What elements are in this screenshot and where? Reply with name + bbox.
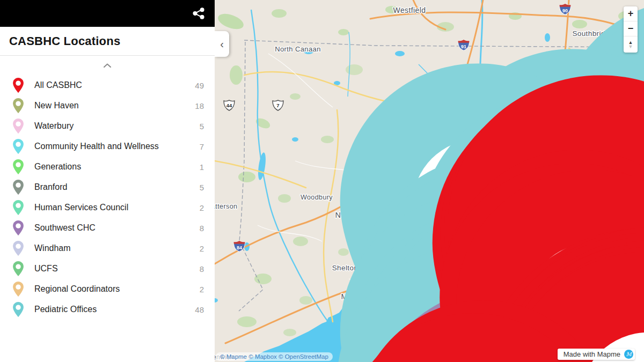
category-label: Pediatric Offices [34,305,195,314]
category-count: 2 [200,203,204,212]
mapme-logo-icon: M [624,350,633,359]
category-label: Human Services Council [34,203,200,212]
sidebar-title-bar: CASBHC Locations [0,27,215,56]
category-label: Waterbury [34,121,200,131]
category-pin-icon [13,139,24,154]
list-item[interactable]: New Haven 18 [0,95,215,116]
category-count: 18 [195,101,204,110]
category-label: UCFS [34,264,200,274]
category-pin-icon [13,302,24,317]
list-item[interactable]: Regional Coordinators 2 [0,279,215,299]
list-item[interactable]: Pediatric Offices 48 [0,299,215,320]
category-label: Generations [34,162,200,172]
category-label: New Haven [34,101,195,110]
category-label: Regional Coordinators [34,284,200,294]
pitch-down-icon: ▼ [628,45,633,49]
svg-text:90: 90 [562,8,568,13]
svg-text:7: 7 [276,102,279,108]
town-label: Westfield [393,6,426,14]
town-label: North Canaan [275,45,321,53]
map-controls: + − ▲ ▼ [624,6,638,53]
svg-text:84: 84 [237,245,242,250]
zoom-in-button[interactable]: + [624,6,638,21]
category-count: 49 [195,81,204,90]
category-label: Branford [34,182,200,192]
category-pin-icon [13,180,24,195]
map-canvas[interactable]: WestfieldSouthbridgeWesNorth CanaanKilli… [215,0,644,362]
list-item[interactable]: Community Health and Wellness 7 [0,136,215,157]
category-count: 48 [195,305,204,314]
town-label: Woodbury [301,194,333,201]
list-item[interactable]: UCFS 8 [0,258,215,279]
town-label: atterson [215,203,237,210]
category-list: All CASBHC 49 New Haven 18 Waterbury 5 C… [0,75,215,320]
category-count: 2 [200,285,204,294]
pitch-toggle-button[interactable]: ▲ ▼ [624,36,638,53]
sidebar-collapse-button[interactable]: ‹ [215,31,229,57]
category-count: 1 [200,162,204,172]
category-count: 2 [200,244,204,253]
category-count: 5 [200,122,204,131]
app-window: CASBHC Locations All CASBHC 49 New Haven… [0,0,644,362]
chevron-up-icon [103,63,112,68]
list-item[interactable]: Southwest CHC 8 [0,218,215,238]
list-item[interactable]: Human Services Council 2 [0,197,215,218]
category-pin-icon [13,241,24,256]
category-label: Community Health and Wellness [34,142,200,151]
category-label: All CASBHC [34,80,195,90]
map-attribution[interactable]: © Mapme © Mapbox © OpenStreetMap [216,352,333,361]
share-icon[interactable] [192,7,205,20]
svg-text:44: 44 [226,102,232,108]
category-pin-icon [13,119,24,134]
made-with-mapme-badge[interactable]: Made with Mapme M [558,349,635,360]
category-count: 7 [200,142,204,151]
category-count: 8 [200,264,204,274]
list-item[interactable]: Generations 1 [0,157,215,177]
list-item[interactable]: Branford 5 [0,177,215,197]
list-item[interactable]: Waterbury 5 [0,116,215,136]
category-pin-icon [13,159,24,174]
category-pin-icon [13,98,24,113]
town-label: Shelton [332,264,358,272]
list-item[interactable]: Windham 2 [0,238,215,258]
category-label: Southwest CHC [34,223,200,233]
category-pin-icon [13,200,24,215]
badge-label: Made with Mapme [564,350,620,358]
category-pin-icon [13,220,24,235]
category-count: 5 [200,183,204,192]
page-title: CASBHC Locations [9,34,120,48]
list-collapse-button[interactable] [0,56,215,75]
sidebar-topbar [0,0,215,27]
list-item[interactable]: All CASBHC 49 [0,75,215,95]
category-pin-icon [13,282,24,297]
svg-text:91: 91 [461,44,466,49]
zoom-out-button[interactable]: − [624,21,638,36]
category-count: 8 [200,224,204,233]
sidebar: CASBHC Locations All CASBHC 49 New Haven… [0,0,215,362]
category-label: Windham [34,243,200,253]
category-pin-icon [13,78,24,93]
category-pin-icon [13,261,24,276]
